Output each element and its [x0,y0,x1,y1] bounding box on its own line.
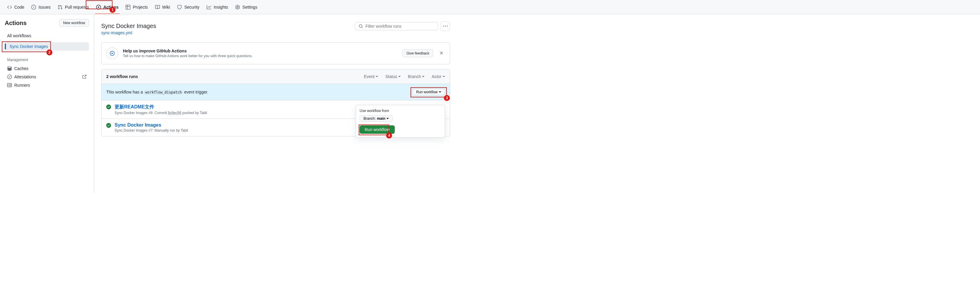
sidebar-caches[interactable]: Caches [5,64,89,73]
search-icon [359,24,363,29]
banner-title: Help us improve GitHub Actions [123,49,398,53]
run-subtitle: Sync Docker Images #8: Commit 9c6ec56 pu… [115,111,350,115]
cache-icon [7,66,12,71]
sidebar-title: Actions [5,20,27,27]
nav-wiki[interactable]: Wiki [153,0,172,14]
nav-insights-label: Insights [214,5,228,10]
banner-subtitle: Tell us how to make GitHub Actions work … [123,54,398,58]
nav-pulls[interactable]: Pull requests [56,0,91,14]
sidebar-runners[interactable]: Runners [5,81,89,89]
commit-link[interactable]: 9c6ec56 [168,111,181,115]
workflow-dispatch-row: This workflow has a workflow_dispatch ev… [102,84,450,101]
code-icon [7,5,12,10]
filter-event[interactable]: Event [364,74,378,79]
check-circle-fill-icon [106,123,111,128]
nav-code-label: Code [14,5,24,10]
sidebar-attestations-label: Attestations [14,75,36,79]
play-circle-icon [106,47,118,59]
run-workflow-dropdown: Use workflow from Branch: main Run workf… [356,105,445,137]
banner-close-button[interactable] [438,50,445,57]
sidebar-attestations[interactable]: Attestations [5,73,89,81]
run-title-link[interactable]: 更新README文件 [115,104,154,109]
nav-issues-label: Issues [38,5,50,10]
nav-projects[interactable]: Projects [123,0,150,14]
workflow-runs-box: 2 workflow runs Event Status Branch Acto… [101,69,450,136]
filter-status[interactable]: Status [385,74,401,79]
sidebar-all-workflows[interactable]: All workflows [5,32,89,40]
callout-badge-2: 2 [46,50,52,55]
dispatch-suffix: event trigger. [183,89,208,94]
dispatch-prefix: This workflow has a [106,89,144,94]
filter-actor[interactable]: Actor [432,74,445,79]
new-workflow-button[interactable]: New workflow [59,19,89,27]
play-icon [96,5,101,10]
dropdown-use-from-label: Use workflow from [360,109,441,113]
run-workflow-button[interactable]: Run workflow [412,89,445,95]
issues-icon [31,5,36,10]
nav-wiki-label: Wiki [162,5,170,10]
nav-insights[interactable]: Insights [204,0,231,14]
repo-nav: Code Issues Pull requests Actions Projec… [0,0,980,14]
graph-icon [207,5,212,10]
nav-security-label: Security [184,5,199,10]
gear-icon [235,5,240,10]
page-title: Sync Docker Images [101,21,156,30]
git-pull-request-icon [58,5,62,10]
nav-security[interactable]: Security [175,0,202,14]
filter-branch[interactable]: Branch [408,74,425,79]
feedback-banner: Help us improve GitHub Actions Tell us h… [101,42,450,64]
nav-issues[interactable]: Issues [29,0,53,14]
give-feedback-button[interactable]: Give feedback [402,50,433,57]
close-icon [439,51,444,55]
nav-settings-label: Settings [242,5,258,10]
check-circle-fill-icon [106,105,111,109]
run-title-link[interactable]: Sync Docker Images [115,122,161,128]
run-status-success [106,123,111,129]
book-icon [155,5,160,10]
sidebar-runners-label: Runners [14,83,30,88]
nav-code[interactable]: Code [5,0,27,14]
run-subtitle: Sync Docker Images #7: Manually run by T… [115,128,350,133]
callout-badge-4: 4 [386,133,392,139]
sidebar-workflow-sync-docker-images[interactable]: Sync Docker Images [5,42,89,51]
shield-icon [177,5,182,10]
sidebar: Actions New workflow All workflows Sync … [0,14,94,193]
verified-icon [7,75,12,79]
kebab-horizontal-icon [443,24,448,29]
link-external-icon [82,75,87,79]
table-icon [126,5,130,10]
runs-count: 2 workflow runs [106,74,138,79]
nav-settings[interactable]: Settings [233,0,260,14]
workflow-file-link[interactable]: sync-images.yml [101,30,132,35]
branch-select[interactable]: Branch: main [360,115,393,122]
sidebar-caches-label: Caches [14,66,28,71]
callout-badge-3: 3 [444,95,450,101]
run-status-success [106,105,111,110]
nav-projects-label: Projects [133,5,148,10]
search-input-wrap[interactable] [355,22,438,30]
main-content: Sync Docker Images sync-images.yml Help … [94,14,457,193]
server-icon [7,83,12,88]
nav-pulls-label: Pull requests [65,5,89,10]
workflow-menu-button[interactable] [441,21,450,31]
nav-actions[interactable]: Actions [94,0,121,14]
dispatch-code: workflow_dispatch [144,90,183,95]
search-input[interactable] [366,24,434,29]
callout-badge-1: 1 [110,7,116,13]
sidebar-management-label: Management [5,53,89,64]
